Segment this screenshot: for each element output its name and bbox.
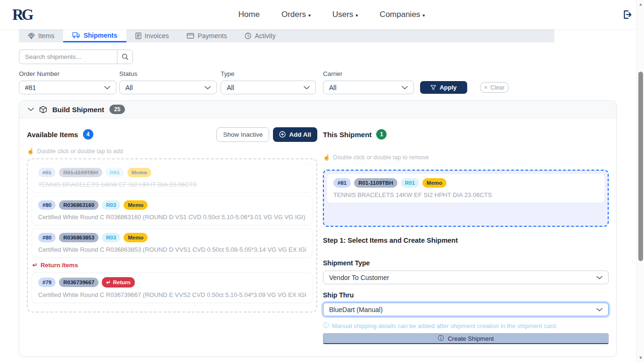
- type-select[interactable]: All: [221, 81, 316, 94]
- search-icon: [122, 53, 129, 60]
- item-card[interactable]: #81R01-1109TBHR01MemoTENNIS BRACELETS 14…: [32, 163, 313, 193]
- tab-activity[interactable]: Activity: [236, 29, 284, 42]
- filter-labels: Order Number Status Type Carrier: [19, 70, 617, 77]
- truck-icon: [72, 32, 80, 38]
- scrollbar-up-arrow[interactable]: ▲: [637, 2, 644, 7]
- page-scrollbar[interactable]: ▲ ▼: [636, 0, 644, 362]
- tag-badge: R01: [106, 168, 124, 177]
- shipment-type-select[interactable]: Vendor To Customer: [323, 271, 609, 284]
- app-logo[interactable]: RG: [12, 6, 32, 24]
- order-number-select[interactable]: #81: [19, 81, 116, 94]
- logout-icon[interactable]: [622, 10, 632, 19]
- search-input[interactable]: [19, 49, 117, 64]
- chevron-down-icon: [205, 86, 211, 90]
- tab-items[interactable]: Items: [19, 29, 63, 42]
- order-number-label: Order Number: [19, 70, 119, 77]
- sku-badge: R036863160: [59, 200, 99, 210]
- clock-icon: [245, 33, 251, 39]
- add-all-button[interactable]: Add All: [273, 127, 317, 142]
- status-select[interactable]: All: [119, 81, 217, 94]
- search-group: [19, 49, 617, 64]
- x-icon: ×: [484, 84, 488, 90]
- available-items-list: #81R01-1109TBHR01MemoTENNIS BRACELETS 14…: [32, 163, 313, 258]
- scrollbar-down-arrow[interactable]: ▼: [637, 355, 644, 360]
- caret-down-icon: ▾: [308, 13, 311, 18]
- add-hint: ☝ Double click or double tap to add: [27, 148, 317, 155]
- return-arrow-icon: ↵: [33, 262, 38, 269]
- tag-badge: R03: [102, 200, 120, 210]
- plus-circle-icon: [279, 131, 286, 138]
- apply-button[interactable]: Apply: [420, 81, 467, 94]
- status-label: Status: [119, 70, 221, 77]
- return-items-list: #79R036739667↵ReturnCertified White Roun…: [32, 272, 313, 303]
- sku-badge: R036863853: [59, 233, 99, 242]
- nav-orders[interactable]: Orders▾: [281, 10, 311, 19]
- sku-badge: R036739667: [59, 278, 99, 287]
- funnel-icon: [430, 85, 436, 90]
- search-button[interactable]: [117, 49, 133, 64]
- item-description: TENNIS BRACELETS 14KW EF SI2 HPHT DIA 23…: [38, 181, 306, 188]
- main-nav: Home Orders▾ Users▾ Companies▾: [239, 10, 425, 19]
- order-badge: #81: [333, 178, 351, 188]
- this-shipment-header: This Shipment 1: [323, 127, 609, 142]
- this-shipment-column: This Shipment 1 ☝ Double click or double…: [323, 127, 609, 344]
- ship-thru-label: Ship Thru: [323, 291, 609, 299]
- tab-payments[interactable]: Payments: [178, 29, 236, 42]
- available-items-title: Available Items: [27, 131, 78, 139]
- this-shipment-title: This Shipment: [323, 131, 372, 139]
- manual-shipping-note: ⓘ Manual shipping details can be added a…: [323, 321, 609, 330]
- sku-badge: R01-1109TBH: [354, 178, 397, 188]
- tap-icon: ☝: [323, 154, 330, 161]
- badge-row: #80R036863160R03Memo: [38, 200, 306, 210]
- tab-shipments[interactable]: Shipments: [63, 29, 126, 42]
- build-shipment-title: Build Shipment: [52, 106, 104, 114]
- order-badge: #81: [38, 168, 56, 177]
- item-card[interactable]: #81R01-1109TBHR01MemoTENNIS BRACELETS 14…: [327, 173, 605, 203]
- item-card[interactable]: #79R036739667↵ReturnCertified White Roun…: [32, 272, 313, 303]
- ship-thru-select[interactable]: BlueDart (Manual): [323, 303, 609, 316]
- chevron-down-icon: [28, 107, 34, 111]
- available-items-header: Available Items 4 Show Inactive Add All: [27, 127, 317, 142]
- chevron-down-icon: [104, 86, 110, 90]
- return-arrow-icon: ↵: [106, 279, 111, 286]
- scrollbar-thumb[interactable]: [638, 72, 643, 261]
- badge-row: #80R036863853R03Memo: [38, 233, 306, 242]
- available-items-count-badge: 4: [83, 129, 93, 140]
- carrier-select[interactable]: All: [323, 81, 414, 94]
- carrier-label: Carrier: [323, 70, 414, 77]
- order-badge: #80: [38, 233, 56, 242]
- tag-badge: R03: [102, 233, 120, 242]
- memo-badge: Memo: [127, 168, 151, 177]
- shipment-items-list: #81R01-1109TBHR01MemoTENNIS BRACELETS 14…: [327, 173, 605, 203]
- chevron-down-icon: [596, 276, 603, 280]
- create-shipment-button[interactable]: ⓘ Create Shipment: [323, 333, 609, 344]
- item-description: Certified White Round C R036863160 (ROUN…: [38, 214, 306, 221]
- this-shipment-count-badge: 1: [376, 129, 387, 140]
- step-title: Step 1: Select Items and Create Shipment: [323, 237, 609, 244]
- tag-badge: R01: [401, 178, 419, 188]
- item-card[interactable]: #80R036863853R03MemoCertified White Roun…: [32, 228, 313, 258]
- item-description: Certified White Round C R036863853 (ROUN…: [38, 246, 306, 253]
- chevron-down-icon: [304, 86, 310, 90]
- available-items-dropzone[interactable]: #81R01-1109TBHR01MemoTENNIS BRACELETS 14…: [27, 158, 317, 313]
- shipment-dropzone[interactable]: #81R01-1109TBHR01MemoTENNIS BRACELETS 14…: [323, 170, 609, 227]
- nav-companies[interactable]: Companies▾: [380, 10, 425, 19]
- nav-home[interactable]: Home: [239, 10, 260, 19]
- tab-invoices[interactable]: Invoices: [126, 29, 178, 42]
- detail-tabs: Items Shipments Invoices Payments Activi…: [19, 29, 554, 42]
- order-badge: #80: [38, 200, 56, 210]
- build-shipment-header[interactable]: Build Shipment 25: [19, 101, 616, 118]
- build-shipment-count-badge: 25: [109, 105, 125, 114]
- show-inactive-button[interactable]: Show Inactive: [216, 127, 269, 142]
- nav-users[interactable]: Users▾: [332, 10, 358, 19]
- item-description: TENNIS BRACELETS 14KW EF SI2 HPHT DIA 23…: [333, 191, 598, 198]
- return-items-label: ↵ Return Items: [33, 262, 313, 269]
- tap-icon: ☝: [27, 148, 34, 155]
- invoice-icon: [135, 33, 141, 39]
- item-card[interactable]: #80R036863160R03MemoCertified White Roun…: [32, 196, 313, 225]
- clear-button[interactable]: × Clear: [480, 82, 509, 93]
- memo-badge: Memo: [422, 178, 446, 188]
- build-shipment-card: Build Shipment 25 Available Items 4 Show…: [19, 100, 617, 357]
- order-badge: #79: [38, 278, 56, 287]
- item-description: Certified White Round C R036739667 (ROUN…: [38, 291, 306, 298]
